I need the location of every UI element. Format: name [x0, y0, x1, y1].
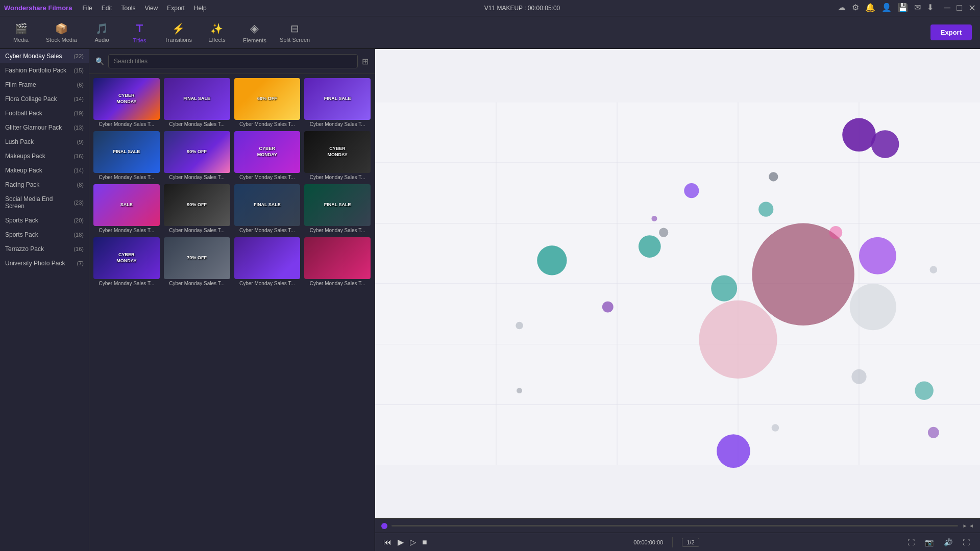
system-icon-download[interactable]: ⬇	[927, 3, 934, 14]
title-card-2[interactable]: 60% OFF Cyber Monday Sales T...	[234, 78, 301, 127]
screenshot-icon[interactable]: 📷	[925, 538, 934, 546]
system-icon-cloud[interactable]: ☁	[838, 3, 846, 14]
system-icon-settings[interactable]: ⚙	[852, 3, 859, 14]
svg-point-19	[752, 223, 854, 326]
svg-point-31	[717, 434, 750, 468]
title-card-13[interactable]: 70% OFF Cyber Monday Sales T...	[164, 237, 230, 286]
title-card-11[interactable]: FINAL SALE Cyber Monday Sales T...	[304, 184, 371, 233]
title-card-8[interactable]: SALE Cyber Monday Sales T...	[93, 184, 160, 233]
svg-point-14	[659, 228, 668, 237]
system-icon-mail[interactable]: ✉	[914, 3, 921, 14]
thumb-text-7: CYBER MONDAY	[321, 146, 354, 158]
title-card-9[interactable]: 90% OFF Cyber Monday Sales T...	[164, 184, 230, 233]
thumb-badge-7: CYBER MONDAY	[321, 146, 354, 158]
tool-transitions[interactable]: Transitions	[165, 22, 192, 43]
category-item-12[interactable]: Sports Pack(18)	[0, 228, 89, 242]
category-item-7[interactable]: Makeups Pack(16)	[0, 149, 89, 163]
title-card-14[interactable]: Cyber Monday Sales T...	[234, 237, 301, 286]
title-thumb-14	[234, 237, 301, 279]
prev-frame-button[interactable]: ⏮	[383, 538, 391, 547]
content-area: 🔍 ⊞ CYBER MONDAY Cyber Monday Sales T...…	[89, 49, 375, 551]
system-icon-save[interactable]: 💾	[898, 3, 908, 14]
category-item-0[interactable]: Cyber Monday Sales(22)	[0, 49, 89, 63]
category-count-0: (22)	[74, 53, 84, 59]
thumb-text-0: CYBER MONDAY	[110, 93, 143, 105]
thumb-text-11: FINAL SALE	[324, 202, 351, 208]
category-item-4[interactable]: Football Pack(19)	[0, 106, 89, 120]
category-item-1[interactable]: Fashion Portfolio Pack(15)	[0, 63, 89, 78]
page-selector[interactable]: 1/2	[682, 538, 699, 547]
category-item-9[interactable]: Racing Pack(8)	[0, 178, 89, 192]
thumb-text-4: FINAL SALE	[113, 149, 140, 155]
tool-stock[interactable]: Stock Media	[46, 22, 77, 43]
title-label-15: Cyber Monday Sales T...	[304, 281, 371, 286]
fullscreen-icon[interactable]: ⛶	[963, 538, 970, 546]
menu-help[interactable]: Help	[194, 5, 207, 12]
crop-icon[interactable]: ⛶	[908, 538, 915, 546]
system-icon-bell[interactable]: 🔔	[865, 3, 875, 14]
title-label-10: Cyber Monday Sales T...	[234, 228, 301, 233]
tool-audio[interactable]: Audio	[89, 22, 115, 43]
category-item-5[interactable]: Glitter Glamour Pack(13)	[0, 120, 89, 135]
menu-tools[interactable]: Tools	[121, 5, 135, 12]
maximize-button[interactable]: □	[957, 3, 962, 14]
play-button[interactable]: ▶	[398, 537, 404, 547]
category-item-8[interactable]: Makeup Pack(14)	[0, 163, 89, 178]
title-card-15[interactable]: Cyber Monday Sales T...	[304, 237, 371, 286]
svg-point-26	[851, 369, 866, 384]
playhead-dot[interactable]	[381, 523, 387, 529]
title-thumb-4: FINAL SALE	[93, 131, 160, 173]
system-icon-user[interactable]: 👤	[881, 3, 892, 14]
svg-point-28	[517, 388, 522, 393]
thumb-badge-11: FINAL SALE	[324, 202, 351, 208]
grid-view-icon[interactable]: ⊞	[362, 57, 369, 66]
menu-view[interactable]: View	[144, 5, 158, 12]
volume-icon[interactable]: 🔊	[944, 538, 952, 546]
menu-file[interactable]: File	[82, 5, 92, 12]
menu-export[interactable]: Export	[167, 5, 185, 12]
category-item-11[interactable]: Sports Pack(20)	[0, 213, 89, 228]
search-input[interactable]	[108, 54, 358, 68]
svg-point-16	[639, 235, 661, 258]
project-title: V11 MAKEUP : 00:00:05:00	[207, 5, 838, 12]
tool-stock-label: Stock Media	[46, 37, 77, 43]
svg-point-32	[928, 427, 939, 438]
search-bar: 🔍 ⊞	[89, 49, 375, 74]
title-card-0[interactable]: CYBER MONDAY Cyber Monday Sales T...	[93, 78, 160, 127]
svg-point-24	[516, 322, 523, 330]
progress-bar-track[interactable]	[391, 525, 958, 527]
category-item-3[interactable]: Flora Collage Pack(14)	[0, 92, 89, 106]
title-card-3[interactable]: FINAL SALE Cyber Monday Sales T...	[304, 78, 371, 127]
title-card-4[interactable]: FINAL SALE Cyber Monday Sales T...	[93, 131, 160, 180]
minimize-button[interactable]: ─	[944, 3, 950, 14]
svg-point-12	[684, 183, 699, 198]
title-card-12[interactable]: CYBER MONDAY Cyber Monday Sales T...	[93, 237, 160, 286]
tool-effects[interactable]: Effects	[204, 22, 230, 43]
category-name-11: Sports Pack	[5, 217, 38, 224]
thumb-text-8: SALE	[120, 202, 133, 208]
tool-split-label: Split Screen	[280, 37, 310, 43]
title-card-7[interactable]: CYBER MONDAY Cyber Monday Sales T...	[304, 131, 371, 180]
title-card-6[interactable]: CYBER MONDAY Cyber Monday Sales T...	[234, 131, 301, 180]
tool-titles[interactable]: Titles	[127, 22, 153, 43]
category-item-14[interactable]: University Photo Pack(7)	[0, 256, 89, 270]
title-card-5[interactable]: 90% OFF Cyber Monday Sales T...	[164, 131, 230, 180]
menu-edit[interactable]: Edit	[102, 5, 112, 12]
stop-button[interactable]: ■	[422, 538, 427, 547]
category-item-6[interactable]: Lush Pack(9)	[0, 135, 89, 149]
title-card-10[interactable]: FINAL SALE Cyber Monday Sales T...	[234, 184, 301, 233]
tool-split[interactable]: Split Screen	[280, 22, 310, 43]
export-button[interactable]: Export	[930, 24, 972, 40]
category-item-13[interactable]: Terrazzo Pack(16)	[0, 242, 89, 256]
tool-media[interactable]: Media	[8, 22, 34, 43]
title-card-1[interactable]: FINAL SALE Cyber Monday Sales T...	[164, 78, 230, 127]
category-item-10[interactable]: Social Media End Screen(23)	[0, 192, 89, 213]
title-thumb-1: FINAL SALE	[164, 78, 230, 120]
close-button[interactable]: ✕	[968, 3, 976, 14]
thumb-badge-12: CYBER MONDAY	[110, 252, 143, 264]
category-item-2[interactable]: Film Frame(6)	[0, 78, 89, 92]
category-name-2: Film Frame	[5, 81, 36, 88]
play-alt-button[interactable]: ▷	[410, 537, 416, 547]
tool-elements[interactable]: Elements	[242, 22, 267, 43]
preview-area	[375, 49, 980, 518]
